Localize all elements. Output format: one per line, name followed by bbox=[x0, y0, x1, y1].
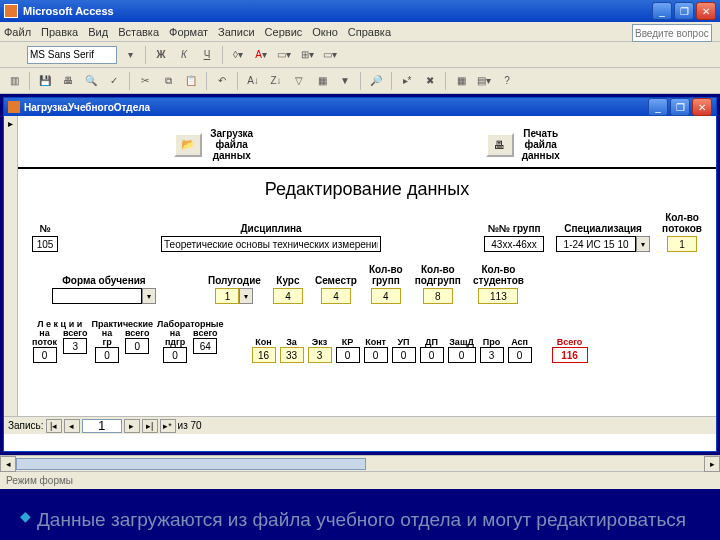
help-search-input[interactable] bbox=[632, 24, 712, 42]
italic-button[interactable]: К bbox=[174, 45, 194, 65]
menu-справка[interactable]: Справка bbox=[348, 26, 391, 38]
nav-prev-button[interactable]: ◂ bbox=[64, 419, 80, 433]
load-data-button[interactable]: 📂 Загрузка файла данных bbox=[174, 128, 253, 161]
field-total[interactable] bbox=[552, 347, 588, 363]
border-button[interactable]: ⊞▾ bbox=[297, 45, 317, 65]
line-color-button[interactable]: ▭▾ bbox=[274, 45, 294, 65]
apply-filter-button[interactable]: ▼ bbox=[335, 71, 355, 91]
minimize-button[interactable]: _ bbox=[652, 2, 672, 20]
scroll-left-button[interactable]: ◂ bbox=[0, 456, 16, 472]
field-asp[interactable] bbox=[508, 347, 532, 363]
field-ekz[interactable] bbox=[308, 347, 332, 363]
nav-current-record[interactable] bbox=[82, 419, 122, 433]
field-pr-total[interactable] bbox=[125, 338, 149, 354]
horizontal-scrollbar[interactable]: ◂ ▸ bbox=[0, 455, 720, 471]
print-button[interactable]: 🖶 bbox=[58, 71, 78, 91]
filter-selection-button[interactable]: ▽ bbox=[289, 71, 309, 91]
field-half[interactable]: ▾ bbox=[215, 288, 253, 304]
blank-btn[interactable] bbox=[4, 45, 24, 65]
access-icon bbox=[4, 4, 18, 18]
label-spec: Специализация bbox=[564, 223, 642, 234]
undo-button[interactable]: ↶ bbox=[212, 71, 232, 91]
subform-icon bbox=[8, 101, 20, 113]
fill-color-button[interactable]: ◊▾ bbox=[228, 45, 248, 65]
menu-формат[interactable]: Формат bbox=[169, 26, 208, 38]
subform-minimize-button[interactable]: _ bbox=[648, 98, 668, 116]
preview-button[interactable]: 🔍 bbox=[81, 71, 101, 91]
field-kr[interactable] bbox=[336, 347, 360, 363]
save-button[interactable]: 💾 bbox=[35, 71, 55, 91]
db-window-button[interactable]: ▦ bbox=[451, 71, 471, 91]
bold-button[interactable]: Ж bbox=[151, 45, 171, 65]
filter-form-button[interactable]: ▦ bbox=[312, 71, 332, 91]
menu-файл[interactable]: Файл bbox=[4, 26, 31, 38]
find-button[interactable]: 🔎 bbox=[366, 71, 386, 91]
nav-first-button[interactable]: |◂ bbox=[46, 419, 62, 433]
special-effects-button[interactable]: ▭▾ bbox=[320, 45, 340, 65]
field-spec[interactable]: ▾ bbox=[556, 236, 650, 252]
nav-next-button[interactable]: ▸ bbox=[124, 419, 140, 433]
paste-button[interactable]: 📋 bbox=[181, 71, 201, 91]
field-za[interactable] bbox=[280, 347, 304, 363]
field-lab-pdgr[interactable] bbox=[163, 347, 187, 363]
menu-сервис[interactable]: Сервис bbox=[265, 26, 303, 38]
field-groups[interactable] bbox=[484, 236, 544, 252]
delete-record-button[interactable]: ✖ bbox=[420, 71, 440, 91]
scroll-thumb[interactable] bbox=[16, 458, 366, 470]
status-bar: Режим формы bbox=[0, 471, 720, 489]
underline-button[interactable]: Ч bbox=[197, 45, 217, 65]
field-up[interactable] bbox=[392, 347, 416, 363]
scroll-right-button[interactable]: ▸ bbox=[704, 456, 720, 472]
subform-maximize-button[interactable]: ❐ bbox=[670, 98, 690, 116]
field-kon[interactable] bbox=[252, 347, 276, 363]
spell-button[interactable]: ✓ bbox=[104, 71, 124, 91]
new-record-button[interactable]: ▸* bbox=[397, 71, 417, 91]
copy-button[interactable]: ⧉ bbox=[158, 71, 178, 91]
nav-last-button[interactable]: ▸| bbox=[142, 419, 158, 433]
print-data-button[interactable]: 🖶 Печать файла данных bbox=[486, 128, 560, 161]
label-ngrp: Кол-во групп bbox=[369, 264, 403, 286]
menu-вставка[interactable]: Вставка bbox=[118, 26, 159, 38]
field-discipline[interactable] bbox=[161, 236, 381, 252]
field-nstud[interactable] bbox=[478, 288, 518, 304]
field-npodgr[interactable] bbox=[423, 288, 453, 304]
field-zashd[interactable] bbox=[448, 347, 476, 363]
menu-окно[interactable]: Окно bbox=[312, 26, 338, 38]
sort-asc-button[interactable]: A↓ bbox=[243, 71, 263, 91]
slide-caption: ◆Данные загружаются из файла учебного от… bbox=[0, 489, 720, 540]
nav-new-button[interactable]: ▸* bbox=[160, 419, 176, 433]
formatting-toolbar: ▾ Ж К Ч ◊▾ A▾ ▭▾ ⊞▾ ▭▾ bbox=[0, 42, 720, 68]
record-selector[interactable]: ▸ bbox=[4, 116, 18, 416]
cut-button[interactable]: ✂ bbox=[135, 71, 155, 91]
field-streams[interactable] bbox=[667, 236, 697, 252]
field-ngrp[interactable] bbox=[371, 288, 401, 304]
app-title: Microsoft Access bbox=[23, 5, 652, 17]
maximize-button[interactable]: ❐ bbox=[674, 2, 694, 20]
new-object-button[interactable]: ▤▾ bbox=[474, 71, 494, 91]
field-lab-total[interactable] bbox=[193, 338, 217, 354]
menu-правка[interactable]: Правка bbox=[41, 26, 78, 38]
menu-вид[interactable]: Вид bbox=[88, 26, 108, 38]
field-course[interactable] bbox=[273, 288, 303, 304]
field-lec-stream[interactable] bbox=[33, 347, 57, 363]
menu-записи[interactable]: Записи bbox=[218, 26, 255, 38]
field-konr[interactable] bbox=[364, 347, 388, 363]
field-sem[interactable] bbox=[321, 288, 351, 304]
view-button[interactable]: ▥ bbox=[4, 71, 24, 91]
nav-label: Запись: bbox=[8, 420, 44, 431]
field-no[interactable] bbox=[32, 236, 58, 252]
font-size-combo[interactable]: ▾ bbox=[120, 45, 140, 65]
label-sem: Семестр bbox=[315, 275, 357, 286]
close-button[interactable]: ✕ bbox=[696, 2, 716, 20]
field-lec-total[interactable] bbox=[63, 338, 87, 354]
field-dp[interactable] bbox=[420, 347, 444, 363]
font-name-combo[interactable] bbox=[27, 46, 117, 64]
sort-desc-button[interactable]: Z↓ bbox=[266, 71, 286, 91]
field-form[interactable]: ▾ bbox=[52, 288, 156, 304]
help-button[interactable]: ? bbox=[497, 71, 517, 91]
font-color-button[interactable]: A▾ bbox=[251, 45, 271, 65]
field-pr-grp[interactable] bbox=[95, 347, 119, 363]
label-npodgr: Кол-во подгрупп bbox=[415, 264, 461, 286]
field-pro[interactable] bbox=[480, 347, 504, 363]
subform-close-button[interactable]: ✕ bbox=[692, 98, 712, 116]
